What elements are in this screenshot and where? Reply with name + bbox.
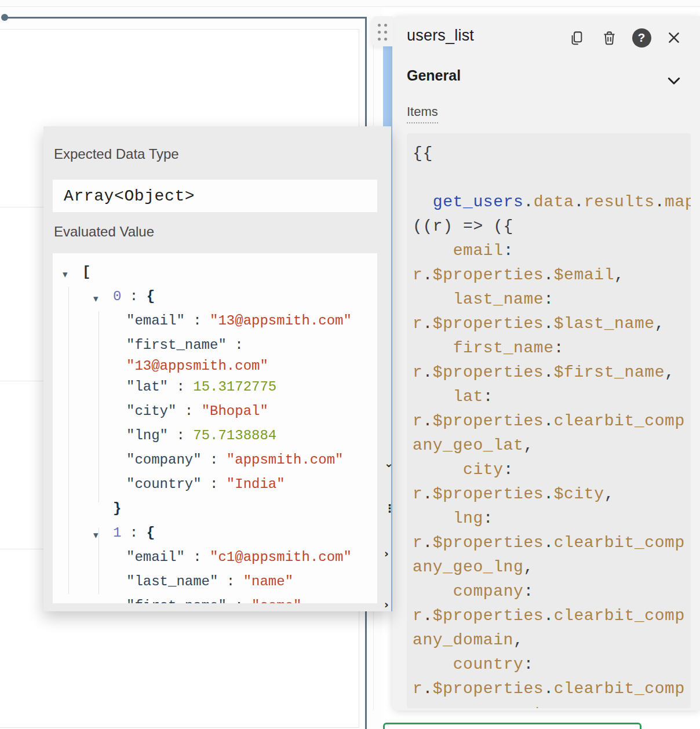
close-pane-button[interactable] [664, 28, 684, 48]
widget-resize-handle[interactable] [1, 14, 8, 21]
app-top-bar [0, 0, 700, 7]
section-general[interactable]: General [407, 67, 686, 93]
widget-name[interactable]: users_list [407, 27, 474, 44]
help-button[interactable]: ? [632, 28, 651, 48]
tree-collapse-icon[interactable]: ▾ [63, 264, 68, 284]
expected-data-type-box: Array<Object> [53, 180, 377, 212]
property-label-items: Items [407, 104, 438, 123]
drag-handle-icon [376, 21, 389, 42]
help-icon: ? [632, 28, 651, 48]
evaluated-value-popup: Expected Data Type Array<Object> Evaluat… [43, 126, 391, 611]
evaluated-value-title: Evaluated Value [54, 224, 154, 240]
property-pane-header: users_list [407, 27, 688, 50]
artifact-glyph: ⌄ [384, 459, 392, 467]
json-tree: ▾[▾0 : {"email" : "13@appsmith.com""firs… [53, 263, 377, 603]
items-code-editor[interactable]: {{ get_users.data.results.map((r) => ({ … [407, 133, 691, 708]
items-code: {{ get_users.data.results.map((r) => ({ … [413, 141, 691, 708]
evaluated-value-box: ▾[▾0 : {"email" : "13@appsmith.com""firs… [53, 253, 377, 603]
section-general-label: General [407, 67, 461, 83]
expected-data-type-title: Expected Data Type [54, 146, 179, 162]
artifact-glyph: › [384, 600, 392, 608]
artifact-glyph: ⋮ [384, 504, 392, 512]
widget-selection-border-top[interactable] [5, 17, 366, 19]
tree-collapse-icon[interactable]: ▾ [93, 289, 99, 308]
trash-icon [601, 30, 617, 46]
property-pane-drag-tab[interactable] [372, 16, 393, 46]
copy-icon [569, 30, 585, 46]
close-icon [666, 30, 681, 45]
success-outline-box [383, 723, 641, 729]
delete-widget-button[interactable] [599, 28, 619, 48]
tree-collapse-icon[interactable]: ▾ [93, 525, 99, 545]
property-pane: users_list [392, 16, 700, 710]
expected-data-type-value: Array<Object> [53, 187, 195, 205]
chevron-down-icon[interactable] [665, 72, 683, 89]
copy-widget-button[interactable] [567, 28, 586, 48]
artifact-glyph: › [384, 549, 392, 557]
